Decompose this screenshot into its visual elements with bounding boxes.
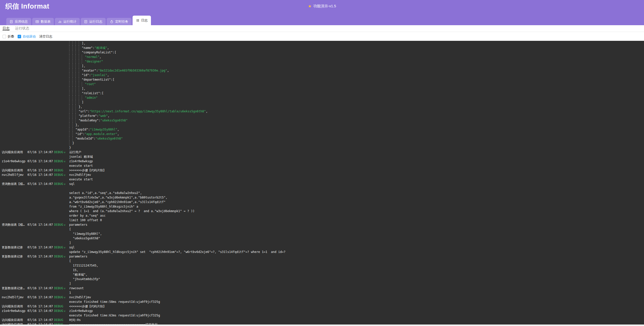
clear-log-button[interactable]: 清空日志 [39,34,52,39]
app-title: ★ 功能演示-v1.5 [0,4,644,9]
log-line-label [0,281,26,286]
log-line-timestamp [26,41,52,46]
collapse-caret-icon[interactable]: ∨ [64,160,65,163]
log-line-timestamp [26,118,52,123]
subtab-run-status[interactable]: 运行状态 [15,25,29,32]
level-text: DEBUG [54,323,63,324]
log-line-message: 1 [69,290,644,295]
level-text: DEBUG [54,169,63,172]
log-line-timestamp: 07/16 17:14:07 [26,322,52,324]
log-text: <<<<<<<步骤【代码片段】 [69,305,106,308]
log-line-timestamp [26,145,52,150]
indent-guide [69,50,72,55]
log-line: order by a."seq" asc [0,213,644,218]
log-line-message: update "z_i1mwqy35y88hl_hl8ksgzc5jnih" s… [69,250,644,254]
json-value-text: "web" [99,114,108,118]
log-text: , [117,128,119,131]
log-line-timestamp [26,300,52,304]
log-text: "赖泽城", [69,273,87,276]
log-line-label [0,68,26,73]
tab-label: 定时任务 [115,19,128,24]
collapse-caret-icon[interactable]: ∨ [64,255,65,258]
autoscroll-label[interactable]: 自动滚动 [23,34,36,39]
log-line-label: nvc2hd5lfjmv [0,295,26,300]
collapse-caret-icon[interactable]: ∨ [64,287,65,290]
log-line: 访问模块后调用07/16 17:14:07DEBUG∨运行用户 [0,150,644,154]
tab-run-stats[interactable]: 运行统计 [55,18,80,25]
collapse-caret-icon[interactable]: ∨ [64,183,65,185]
log-line-message: ========================================… [69,322,644,324]
log-line-timestamp [26,141,52,145]
log-line-message: "normal", [69,55,644,59]
app-title-text: 功能演示-v1.5 [313,4,336,9]
log-line-label [0,191,26,195]
log-line-level [52,100,69,105]
level-text: DEBUG [54,159,63,163]
log-line: "avatar":"8e321dac2d1e465f9b503360af8793… [0,68,644,73]
log-line-timestamp: 07/16 17:14:07 [26,304,52,309]
collapse-caret-icon[interactable]: ∨ [64,246,65,249]
log-line-timestamp [26,109,52,114]
log-line-level [52,281,69,286]
log-line-label [0,73,26,77]
log-line-message: >>>>>>>步骤【代码片段】 [69,168,644,173]
log-line-message: jsonlai 赖泽城 [69,154,644,159]
log-line-timestamp [26,95,52,100]
log-line-label [0,46,26,50]
log-text: update "z_i1mwqy35y88hl_hl8ksgzc5jnih" s… [69,250,286,254]
collapse-caret-icon[interactable]: ∨ [64,296,65,299]
log-line-level [52,68,69,73]
log-line: "root" [0,82,644,86]
log-line-level: DEBUG [52,304,69,309]
log-line: z1o4r0e6wksgp07/16 17:14:07DEBUG∨z1o4r0e… [0,309,644,313]
log-line: 查询数据表【模…07/16 17:14:07DEBUG∨sql [0,182,644,186]
json-value-text: "u6ekss5go6th8" [95,137,123,140]
fold-label[interactable]: 折叠 [8,34,14,39]
log-line: } [0,145,644,150]
log-line: 15, [0,268,644,272]
tab-data-table[interactable]: 数据表 [32,18,54,25]
subtab-log[interactable]: 日志 [3,25,10,32]
log-text: "jhvu4tm0ds3fp" [69,277,100,281]
json-value-text: "i1mwqy35y88hl" [90,128,117,131]
log-line-level [52,154,69,159]
collapse-caret-icon[interactable]: ∨ [64,174,65,176]
log-text: "name": [82,46,95,50]
tab-log[interactable]: 日志 [133,16,151,25]
log-text: "departmentList":[ [82,78,114,81]
level-text: DEBUG [54,286,63,290]
tab-scheduled-tasks[interactable]: 定时任务 [107,18,132,25]
log-line-label [0,141,26,145]
log-line-level [52,41,69,46]
log-line-timestamp: 07/16 17:14:07 [26,222,52,227]
collapse-caret-icon[interactable]: ∨ [64,223,65,226]
log-line: }, [0,105,644,109]
log-line-timestamp [26,290,52,295]
log-text: ] [82,101,84,104]
log-text: parameters [69,223,87,226]
log-line-label [0,204,26,209]
log-line-level: DEBUG∨ [52,150,69,154]
log-line-level [52,141,69,145]
log-text: sql [69,246,75,249]
tab-app-info[interactable]: 应用信息 [6,18,31,25]
log-line-message: "jhvu4tm0ds3fp" [69,277,644,281]
log-line-label [0,186,26,191]
log-line-level [52,263,69,268]
indent-guide [72,118,76,123]
log-line-timestamp [26,68,52,73]
autoscroll-checkbox[interactable]: ✓ [18,35,21,38]
log-line-message: parameters [69,254,644,259]
log-line-label [0,232,26,236]
log-line-timestamp: 07/16 17:14:07 [26,286,52,290]
log-line-message: "name":"赖泽城", [69,46,644,50]
log-text: 1 [69,291,71,295]
tab-run-log[interactable]: 运行日志 [81,18,106,25]
log-line-timestamp [26,213,52,218]
collapse-caret-icon[interactable]: ∨ [64,151,65,154]
log-line-timestamp: 07/16 17:14:07 [26,182,52,186]
fold-checkbox[interactable] [3,35,6,38]
log-line-message: "id":"app.module.enter", [69,132,644,136]
collapse-caret-icon[interactable]: ∨ [64,310,65,312]
log-line-label [0,263,26,268]
